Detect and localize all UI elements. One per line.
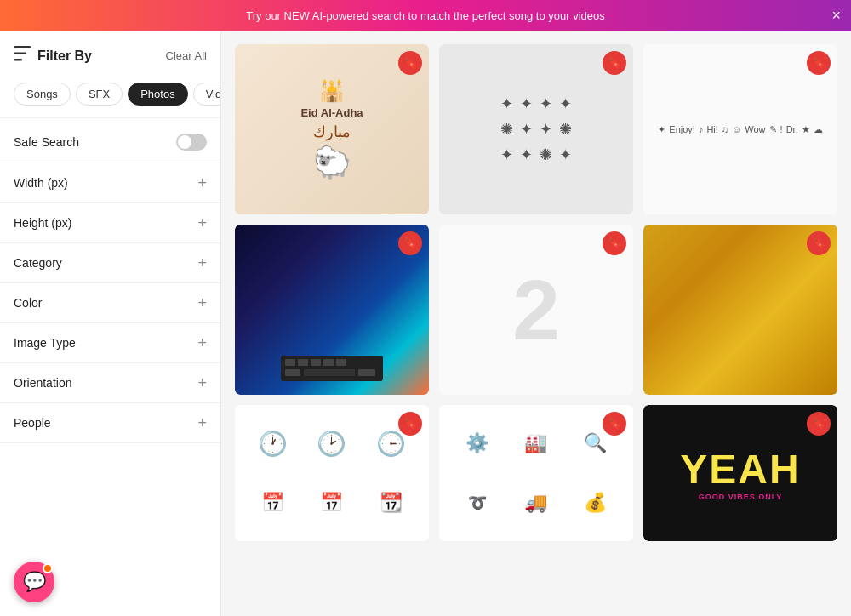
eid-title-text: Eid Al-Adha [300, 106, 363, 119]
doodle-word-5: ♫ [722, 124, 728, 134]
chat-bubble-icon: 💬 [23, 571, 46, 593]
bookmark-button-supply[interactable]: 🔖 [603, 412, 626, 436]
color-label: Color [14, 296, 42, 310]
doodle-word-9: ! [780, 124, 783, 134]
calendar-icon-2: 📅 [320, 492, 343, 514]
image-type-expand-icon: + [197, 335, 207, 351]
svg-rect-1 [14, 53, 26, 55]
doodle-word-3: ♪ [699, 124, 704, 134]
bookmark-icon-gold: 🔖 [813, 237, 825, 249]
svg-rect-8 [336, 359, 346, 366]
doodle-word-10: Dr. [786, 124, 798, 134]
doodle-word-2: Enjoy! [669, 124, 695, 134]
supply-icon-1: ⚙️ [465, 432, 488, 454]
banner-close-button[interactable]: × [831, 8, 841, 23]
tab-photos[interactable]: Photos [128, 83, 187, 106]
svg-rect-4 [285, 359, 295, 366]
bookmark-icon-supply: 🔖 [608, 418, 621, 430]
tab-songs[interactable]: Songs [14, 83, 71, 106]
height-label: Height (px) [14, 216, 71, 230]
mosque-icon: 🕌 [319, 79, 345, 103]
doodle-word-6: ☺ [732, 124, 741, 134]
svg-rect-9 [285, 369, 300, 376]
supply-icon-2: 🏭 [524, 432, 547, 454]
image-item-clocks[interactable]: 🕐 🕑 🕒 📅 📅 📆 🔖 [235, 405, 429, 541]
star-10: ✦ [520, 145, 533, 164]
image-item-supply[interactable]: ⚙️ 🏭 🔍 ➰ 🚚 💰 🔖 [439, 405, 633, 541]
people-filter-row[interactable]: People + [0, 403, 220, 443]
bookmark-icon-clocks: 🔖 [404, 418, 417, 430]
safe-search-toggle[interactable] [176, 134, 207, 151]
tab-sfx[interactable]: SFX [76, 83, 123, 106]
safe-search-label: Safe Search [14, 135, 79, 149]
bookmark-icon-number2: 🔖 [608, 237, 621, 249]
star-12: ✦ [559, 145, 572, 164]
category-label: Category [14, 256, 62, 270]
clock-icon-3: 🕒 [376, 430, 406, 458]
filter-by-left: Filter By [14, 46, 92, 66]
height-filter-row[interactable]: Height (px) + [0, 203, 220, 243]
image-grid: 🕌 Eid Al-Adha مبارك 🐑 🔖 ✦ ✦ ✦ ✦ [235, 44, 837, 541]
clear-all-button[interactable]: Clear All [166, 49, 207, 62]
people-label: People [14, 416, 51, 430]
svg-rect-11 [358, 369, 375, 376]
bookmark-icon-tech: 🔖 [404, 237, 417, 249]
chat-bubble-button[interactable]: 💬 [14, 562, 54, 602]
sidebar: Filter By Clear All Songs SFX Photos Vid… [0, 31, 221, 616]
top-banner: Try our NEW AI-powered search to match t… [0, 0, 851, 31]
bookmark-button-stars[interactable]: 🔖 [603, 51, 626, 75]
orientation-expand-icon: + [197, 375, 207, 391]
orientation-filter-row[interactable]: Orientation + [0, 363, 220, 403]
image-item-doodle[interactable]: ✦ Enjoy! ♪ Hi! ♫ ☺ Wow ✎ ! Dr. ★ ☁ 🔖 [643, 44, 837, 214]
bookmark-icon-yeah: 🔖 [813, 418, 825, 430]
width-label: Width (px) [14, 176, 68, 190]
category-filter-row[interactable]: Category + [0, 243, 220, 283]
color-filter-row[interactable]: Color + [0, 283, 220, 323]
sheep-icon: 🐑 [313, 145, 351, 180]
image-item-eid[interactable]: 🕌 Eid Al-Adha مبارك 🐑 🔖 [235, 44, 429, 214]
svg-rect-0 [14, 46, 31, 48]
sidebar-header: Filter By Clear All [0, 31, 220, 76]
image-item-tech[interactable]: 🔖 [235, 225, 429, 395]
calendar-icon-1: 📅 [261, 492, 284, 514]
calendar-icon-3: 📆 [380, 492, 403, 514]
bookmark-button-clocks[interactable]: 🔖 [398, 412, 422, 436]
banner-text: Try our NEW AI-powered search to match t… [246, 9, 604, 22]
yeah-big-text: YEAH [680, 446, 800, 493]
doodle-word-4: Hi! [706, 124, 717, 134]
bookmark-button-number2[interactable]: 🔖 [603, 231, 626, 255]
filter-by-label: Filter By [37, 48, 92, 64]
svg-rect-6 [311, 359, 321, 366]
image-type-filter-row[interactable]: Image Type + [0, 323, 220, 363]
chat-notification-dot [43, 563, 53, 573]
tab-videos[interactable]: Videos [193, 83, 221, 106]
main-layout: Filter By Clear All Songs SFX Photos Vid… [0, 31, 851, 616]
bookmark-button-yeah[interactable]: 🔖 [807, 412, 831, 436]
star-4: ✦ [559, 94, 572, 113]
content-area: 🕌 Eid Al-Adha مبارك 🐑 🔖 ✦ ✦ ✦ ✦ [221, 31, 851, 616]
category-expand-icon: + [197, 255, 207, 271]
star-5: ✺ [500, 120, 513, 139]
bookmark-icon-stars: 🔖 [608, 57, 621, 69]
star-7: ✦ [540, 120, 552, 139]
svg-rect-7 [323, 359, 334, 366]
star-3: ✦ [540, 94, 552, 113]
bookmark-button-eid[interactable]: 🔖 [398, 51, 422, 75]
image-item-number2[interactable]: 2 🔖 [439, 225, 633, 395]
filter-divider [0, 117, 220, 118]
svg-rect-2 [14, 59, 22, 61]
bookmark-button-gold[interactable]: 🔖 [807, 231, 831, 255]
clock-icon-1: 🕐 [258, 430, 288, 458]
image-item-gold[interactable]: 🔖 [643, 225, 837, 395]
type-tabs: Songs SFX Photos Videos [0, 76, 220, 117]
bookmark-icon-doodle: 🔖 [813, 57, 825, 69]
doodle-word-8: ✎ [769, 124, 777, 135]
svg-rect-10 [304, 369, 355, 376]
image-item-stars[interactable]: ✦ ✦ ✦ ✦ ✺ ✦ ✦ ✺ ✦ ✦ ✺ ✦ 🔖 [439, 44, 633, 214]
star-11: ✺ [540, 145, 552, 164]
bookmark-button-tech[interactable]: 🔖 [398, 231, 422, 255]
bookmark-button-doodle[interactable]: 🔖 [807, 51, 831, 75]
filter-icon [14, 46, 31, 66]
width-filter-row[interactable]: Width (px) + [0, 163, 220, 203]
image-item-yeah[interactable]: YEAH GOOD VIBES ONLY 🔖 [643, 405, 837, 541]
